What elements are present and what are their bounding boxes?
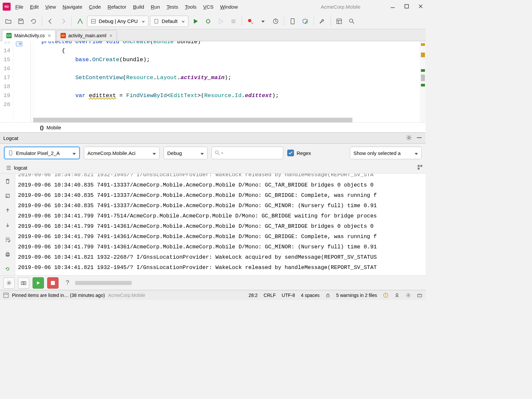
logcat-output[interactable]: 2019-09-06 10:34:40.821 1932-1945/? I/Gn… <box>15 174 426 275</box>
run-target-combo[interactable]: Default <box>150 16 189 27</box>
refresh-button[interactable] <box>28 16 39 27</box>
breakpoint-settings-button[interactable] <box>245 16 256 27</box>
process-combo[interactable]: AcmeCorp.Mobile.Aci <box>84 147 160 159</box>
code-line[interactable]: SetContentView(Resource.Layout.activity_… <box>35 73 420 82</box>
coverage-button[interactable] <box>215 16 226 27</box>
logcat-tab[interactable]: logcat <box>6 165 27 171</box>
menu-navigate[interactable]: Navigate <box>63 4 82 10</box>
window-icon[interactable] <box>3 293 9 298</box>
code-line[interactable]: protected override void OnCreate(Bundle … <box>35 41 420 46</box>
device-button[interactable] <box>287 16 298 27</box>
screen-record-button[interactable] <box>33 277 44 289</box>
code-line[interactable] <box>35 82 420 91</box>
titlebar: RD FileEditViewNavigateCodeRefactorBuild… <box>0 0 426 13</box>
svg-point-30 <box>396 294 398 296</box>
code-line[interactable]: var edittext = FindViewById<EditText>(Re… <box>35 91 420 100</box>
settings-button[interactable] <box>3 277 15 289</box>
profile-button[interactable] <box>270 16 281 27</box>
search-everywhere-button[interactable] <box>346 16 357 27</box>
override-icon[interactable]: ↑O <box>16 42 22 46</box>
line-ending[interactable]: CRLF <box>264 293 276 298</box>
gear-icon[interactable] <box>406 134 412 142</box>
close-tab-icon[interactable]: ✕ <box>48 33 51 38</box>
log-level-combo[interactable]: Debug <box>164 147 207 159</box>
open-button[interactable] <box>3 16 14 27</box>
terminate-button[interactable] <box>47 277 59 289</box>
close-tab-icon[interactable]: ✕ <box>109 33 113 38</box>
minimize-panel-icon[interactable] <box>416 135 422 142</box>
package-button[interactable] <box>300 16 311 27</box>
minimize-icon[interactable] <box>390 4 395 10</box>
line-gutter: 1314151617181920 <box>0 41 13 122</box>
warnings-label[interactable]: 5 warnings in 2 files <box>336 293 377 298</box>
up-button[interactable] <box>3 205 13 215</box>
code-editor[interactable]: 1314151617181920 ↑O protected override v… <box>0 41 426 122</box>
menu-vcs[interactable]: VCS <box>203 4 213 10</box>
warning-icon[interactable] <box>383 293 388 298</box>
code-area[interactable]: protected override void OnCreate(Bundle … <box>33 41 420 122</box>
restart-button[interactable] <box>3 264 13 274</box>
tab-mainactivity-cs[interactable]: C#MainActivity.cs✕ <box>2 30 56 41</box>
menu-view[interactable]: View <box>45 4 56 10</box>
soft-wrap-button[interactable] <box>3 235 13 245</box>
svg-rect-28 <box>327 295 329 297</box>
help-button[interactable]: ? <box>62 277 73 289</box>
svg-rect-15 <box>9 151 12 155</box>
error-stripe[interactable] <box>420 41 426 122</box>
layout-settings-icon[interactable] <box>417 164 423 171</box>
menu-refactor[interactable]: Refactor <box>107 4 126 10</box>
menu-build[interactable]: Build <box>133 4 144 10</box>
menu-file[interactable]: File <box>15 4 23 10</box>
code-line[interactable]: base.OnCreate(bundle); <box>35 55 420 64</box>
logcat-filter-bar: Emulator Pixel_2_A AcmeCorp.Mobile.Aci D… <box>0 144 426 162</box>
lock-icon[interactable] <box>326 293 330 298</box>
indent[interactable]: 4 spaces <box>301 293 320 298</box>
code-line[interactable] <box>35 100 420 109</box>
filter-mode-combo[interactable]: Show only selected a <box>350 147 422 159</box>
chevron-down-icon[interactable] <box>257 16 269 27</box>
wrench-button[interactable] <box>317 16 328 27</box>
memory-icon[interactable] <box>417 293 422 298</box>
caret-position[interactable]: 28:2 <box>249 293 258 298</box>
maximize-icon[interactable] <box>404 4 409 10</box>
tab-activity_main-axml[interactable]: <>activity_main.axml✕ <box>56 30 117 41</box>
menu-window[interactable]: Window <box>220 4 238 10</box>
inspector-icon[interactable] <box>394 293 400 298</box>
clear-log-button[interactable] <box>3 176 13 186</box>
build-config-combo[interactable]: Debug | Any CPU <box>87 16 149 27</box>
stop-button[interactable] <box>228 16 239 27</box>
log-line: 2019-09-06 10:34:40.835 7491-13337/AcmeC… <box>18 180 423 190</box>
screenshot-button[interactable] <box>18 277 29 289</box>
encoding[interactable]: UTF-8 <box>282 293 295 298</box>
menu-tests[interactable]: Tests <box>167 4 178 10</box>
code-line[interactable] <box>35 64 420 73</box>
print-button[interactable] <box>3 249 13 259</box>
status-bar: Pinned items are listed in… (38 minutes … <box>0 290 426 300</box>
code-line[interactable]: { <box>35 46 420 55</box>
search-dropdown-icon[interactable]: ▾ <box>221 151 223 156</box>
horizontal-scrollbar[interactable] <box>33 118 352 122</box>
horizontal-scrollbar[interactable] <box>75 281 132 285</box>
gear-status-icon[interactable] <box>406 293 411 298</box>
menu-edit[interactable]: Edit <box>30 4 39 10</box>
scroll-to-end-button[interactable] <box>3 191 13 201</box>
menu-code[interactable]: Code <box>89 4 101 10</box>
status-message: Pinned items are listed in… (38 minutes … <box>12 293 105 298</box>
layout-button[interactable] <box>333 16 345 27</box>
close-icon[interactable] <box>418 4 423 10</box>
breadcrumb[interactable]: {} Mobile <box>0 122 426 132</box>
down-button[interactable] <box>3 220 13 230</box>
run-target-label: Default <box>162 18 178 24</box>
menu-tools[interactable]: Tools <box>185 4 197 10</box>
nav-forward-button[interactable] <box>58 16 69 27</box>
build-button[interactable] <box>74 16 86 27</box>
logcat-header: Logcat <box>0 132 426 144</box>
save-button[interactable] <box>15 16 27 27</box>
menu-run[interactable]: Run <box>151 4 160 10</box>
run-button[interactable] <box>190 16 201 27</box>
log-search-input[interactable]: ▾ <box>211 147 283 159</box>
device-combo[interactable]: Emulator Pixel_2_A <box>4 147 80 159</box>
nav-back-button[interactable] <box>45 16 56 27</box>
regex-checkbox[interactable]: Regex <box>287 150 311 156</box>
debug-button[interactable] <box>202 16 214 27</box>
